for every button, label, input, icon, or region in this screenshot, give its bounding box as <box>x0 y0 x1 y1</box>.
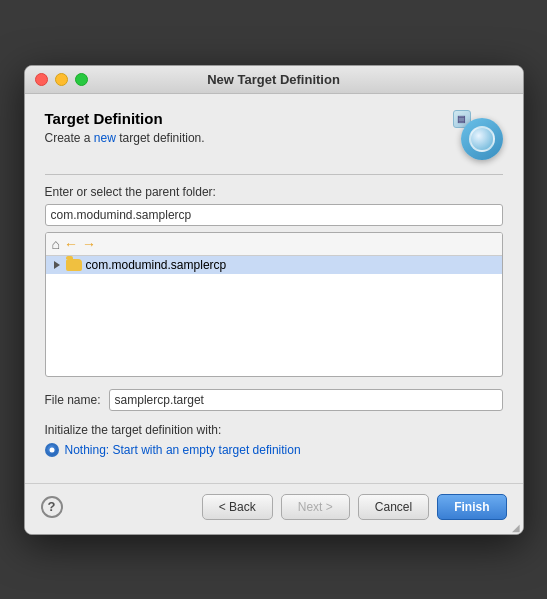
home-icon[interactable]: ⌂ <box>52 236 60 252</box>
resize-handle[interactable]: ◢ <box>512 522 520 533</box>
dialog-window: New Target Definition Target Definition … <box>24 65 524 535</box>
header-divider <box>45 174 503 175</box>
titlebar: New Target Definition <box>25 66 523 94</box>
minimize-button[interactable] <box>55 73 68 86</box>
subtitle-pre: Create a <box>45 131 94 145</box>
cancel-button[interactable]: Cancel <box>358 494 429 520</box>
header-text: Target Definition Create a new target de… <box>45 110 205 145</box>
init-section: Initialize the target definition with: N… <box>45 423 503 457</box>
page-title: Target Definition <box>45 110 205 127</box>
file-name-input[interactable] <box>109 389 503 411</box>
button-bar: ? < Back Next > Cancel Finish <box>25 483 523 534</box>
next-button[interactable]: Next > <box>281 494 350 520</box>
header-section: Target Definition Create a new target de… <box>45 110 503 160</box>
back-button[interactable]: < Back <box>202 494 273 520</box>
icon-circle <box>461 118 503 160</box>
forward-nav-icon[interactable]: → <box>82 236 96 252</box>
radio-icon <box>45 443 59 457</box>
file-name-label: File name: <box>45 393 101 407</box>
window-title: New Target Definition <box>207 72 340 87</box>
close-button[interactable] <box>35 73 48 86</box>
parent-folder-label: Enter or select the parent folder: <box>45 185 503 199</box>
file-name-section: File name: <box>45 389 503 411</box>
browser-empty-area <box>46 274 502 364</box>
tree-item-label: com.modumind.samplercp <box>86 258 227 272</box>
tree-row[interactable]: com.modumind.samplercp <box>46 256 502 274</box>
subtitle-link[interactable]: new <box>94 131 116 145</box>
window-controls[interactable] <box>35 73 88 86</box>
page-subtitle: Create a new target definition. <box>45 131 205 145</box>
browser-toolbar: ⌂ ← → <box>46 233 502 256</box>
tree-chevron-icon <box>54 261 60 269</box>
init-label: Initialize the target definition with: <box>45 423 503 437</box>
file-browser: ⌂ ← → com.modumind.samplercp <box>45 232 503 377</box>
parent-folder-input[interactable] <box>45 204 503 226</box>
browser-content: com.modumind.samplercp <box>46 256 502 376</box>
back-nav-icon[interactable]: ← <box>64 236 78 252</box>
radio-option-nothing[interactable]: Nothing: Start with an empty target defi… <box>45 443 503 457</box>
folder-icon <box>66 259 82 271</box>
finish-button[interactable]: Finish <box>437 494 506 520</box>
button-group: < Back Next > Cancel Finish <box>202 494 507 520</box>
dialog-content: Target Definition Create a new target de… <box>25 94 523 473</box>
maximize-button[interactable] <box>75 73 88 86</box>
help-button[interactable]: ? <box>41 496 63 518</box>
radio-label: Nothing: Start with an empty target defi… <box>65 443 301 457</box>
wizard-icon: ▤ <box>453 110 503 160</box>
subtitle-post: target definition. <box>116 131 205 145</box>
